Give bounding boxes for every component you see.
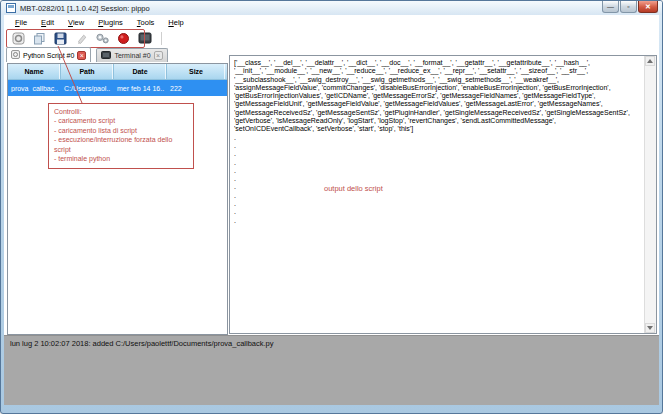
output-dot-line: . [234, 192, 643, 200]
controls-annotation-item: - caricamento lista di script [54, 126, 188, 135]
output-dot-line: . [234, 183, 643, 191]
app-icon [6, 3, 16, 13]
output-line: 'setOnICDEventCallback', 'setVerbose', '… [234, 125, 643, 133]
tab-python-script[interactable]: Python Script #0 × [6, 47, 91, 62]
column-header[interactable]: Path [61, 64, 114, 79]
output-line: 'assignMessageFieldValue', 'commitChange… [234, 84, 643, 92]
tab-close-icon[interactable]: × [154, 51, 163, 60]
output-line: ['__class__', '__del__', '__delattr__', … [234, 59, 643, 67]
menu-item[interactable]: Help [161, 18, 190, 27]
output-annotation: output dello script [324, 184, 383, 193]
output-dot-line: . [234, 150, 643, 158]
scroll-down-icon[interactable] [645, 323, 655, 333]
output-dot-line: . [234, 208, 643, 216]
menu-item[interactable]: File [8, 18, 34, 27]
terminal-icon[interactable] [137, 31, 152, 46]
output-dot-line: . [234, 200, 643, 208]
title-bar[interactable]: MBT-0282/01 [1.1.0.42] Session: pippo [1, 1, 662, 15]
terminal-icon [101, 51, 111, 60]
controls-annotation-item: - esecuzione/interruzione forzata dello … [54, 135, 188, 154]
menu-bar: FileEditViewPluginsToolsHelp [4, 15, 659, 29]
minimize-button[interactable]: — [602, 1, 619, 13]
menu-item[interactable]: Plugins [91, 18, 130, 27]
output-line: 'getBusErrorInjectionValues', 'getICDNam… [234, 92, 643, 100]
toolbar-separator [161, 32, 162, 45]
output-dot-line: . [234, 159, 643, 167]
output-dot-line: . [234, 175, 643, 183]
load-script-icon[interactable] [11, 31, 26, 46]
settings-gears-icon[interactable] [95, 31, 110, 46]
window-title: MBT-0282/01 [1.1.0.42] Session: pippo [20, 4, 150, 13]
tab-terminal[interactable]: Terminal #0 × [96, 48, 167, 62]
column-header[interactable]: Date [114, 64, 167, 79]
output-dot-line: . [234, 142, 643, 150]
python-script-icon [11, 50, 20, 60]
output-line: 'getMessageFieldUnit', 'getMessageFieldV… [234, 100, 643, 108]
table-header: NamePathDateSize [8, 64, 227, 80]
edit-pencil-icon[interactable] [74, 31, 89, 46]
cell-date: mer feb 14 16.. [114, 85, 167, 92]
output-dot-line: . [234, 134, 643, 142]
tab-label: Python Script #0 [23, 52, 74, 59]
script-output-panel: ['__class__', '__del__', '__delattr__', … [229, 55, 657, 334]
controls-annotation-title: Controlli: [54, 107, 188, 116]
record-stop-icon[interactable] [116, 31, 131, 46]
maximize-button[interactable]: ▫ [620, 1, 637, 13]
window-controls: — ▫ ✕ [602, 1, 658, 13]
tab-label: Terminal #0 [114, 52, 150, 59]
output-line: '__init__', '__module__', '__new__', '__… [234, 67, 643, 75]
tab-bar: Python Script #0 × Terminal #0 × [4, 47, 168, 63]
menu-item[interactable]: Tools [130, 18, 162, 27]
column-header[interactable]: Size [167, 64, 225, 79]
output-line: '__subclasshook__', '__swig_destroy__', … [234, 76, 643, 84]
status-log: lun lug 2 10:02:07 2018: added C:/Users/… [4, 335, 659, 405]
output-line: 'getMessageReceivedSz', 'getMessageSentS… [234, 109, 643, 117]
controls-annotation-item: - terminale python [54, 154, 188, 163]
application-window: MBT-0282/01 [1.1.0.42] Session: pippo — … [0, 0, 663, 414]
output-dot-line: . [234, 217, 643, 225]
scroll-up-icon[interactable] [645, 56, 655, 66]
save-icon[interactable] [53, 31, 68, 46]
close-button[interactable]: ✕ [638, 1, 658, 13]
toolbar [4, 29, 659, 47]
tab-close-icon[interactable]: × [77, 51, 86, 60]
output-dot-line: . [234, 167, 643, 175]
script-output-text: ['__class__', '__del__', '__delattr__', … [234, 59, 643, 331]
table-body: prova_callbac.. C:/Users/paol.. mer feb … [8, 80, 227, 96]
table-row[interactable]: prova_callbac.. C:/Users/paol.. mer feb … [8, 80, 227, 96]
cell-name: prova_callbac.. [8, 85, 61, 92]
menu-item[interactable]: View [61, 18, 91, 27]
client-area: FileEditViewPluginsToolsHelp [4, 15, 659, 405]
controls-annotation-list: - caricamento script- caricamento lista … [54, 116, 188, 163]
vertical-scrollbar[interactable] [644, 56, 656, 333]
controls-annotation-item: - caricamento script [54, 116, 188, 125]
column-header[interactable]: Name [8, 64, 61, 79]
cell-size: 222 [167, 85, 225, 92]
load-script-list-icon[interactable] [32, 31, 47, 46]
status-log-text: lun lug 2 10:02:07 2018: added C:/Users/… [10, 339, 274, 348]
controls-annotation: Controlli: - caricamento script- caricam… [48, 103, 194, 169]
cell-path: C:/Users/paol.. [61, 85, 114, 92]
menu-item[interactable]: Edit [34, 18, 61, 27]
output-line: 'getVerbose', 'isMessageReadOnly', 'logS… [234, 117, 643, 125]
